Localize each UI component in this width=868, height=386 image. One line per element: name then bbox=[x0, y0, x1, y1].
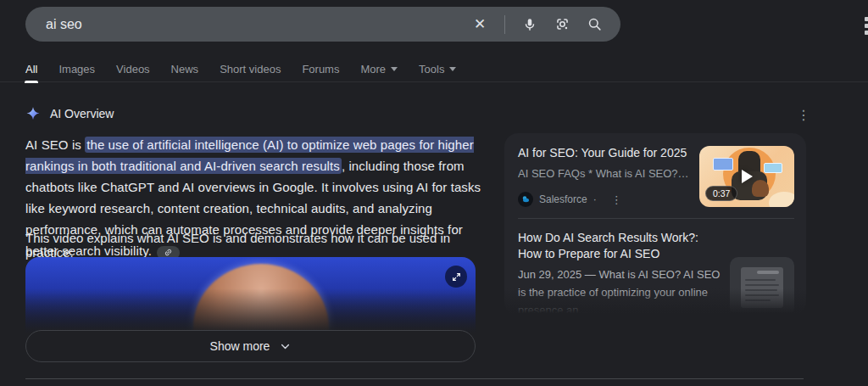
ai-overview-title: AI Overview bbox=[50, 107, 114, 120]
thumbnail-art bbox=[764, 163, 782, 173]
video-intro-text: This video explains what AI SEO is and d… bbox=[25, 231, 486, 260]
caret-down-icon bbox=[449, 67, 456, 71]
play-icon bbox=[742, 170, 753, 183]
tab-all[interactable]: All bbox=[25, 63, 37, 76]
video-duration-badge: 0:37 bbox=[705, 186, 737, 201]
salesforce-favicon bbox=[518, 192, 533, 207]
header-divider bbox=[0, 81, 868, 82]
search-results-page: ✕ bbox=[0, 0, 868, 386]
tab-forums[interactable]: Forums bbox=[302, 63, 339, 76]
result-text: AI for SEO: Your Guide for 2025 AI SEO F… bbox=[518, 145, 691, 207]
search-submit-button[interactable] bbox=[581, 12, 607, 37]
apps-grid-partial-icon bbox=[865, 17, 868, 35]
tab-label: News bbox=[171, 63, 199, 76]
tab-label: Images bbox=[58, 63, 95, 76]
microphone-icon bbox=[522, 17, 537, 32]
search-bar-icons: ✕ bbox=[467, 12, 607, 37]
result-snippet: Jun 29, 2025 — What is AI SEO? AI SEO is… bbox=[518, 266, 721, 316]
tab-images[interactable]: Images bbox=[58, 63, 95, 76]
tab-label: All bbox=[25, 63, 37, 76]
tab-label: Tools bbox=[419, 63, 444, 76]
sidebar-result-2: How Do AI Search Results Work?: How to P… bbox=[518, 230, 794, 316]
thumbnail-art bbox=[745, 284, 779, 286]
thumbnail-art bbox=[713, 158, 733, 171]
search-icon bbox=[587, 16, 603, 32]
thumbnail-art bbox=[745, 289, 777, 291]
search-input[interactable] bbox=[46, 17, 467, 32]
result-text: How Do AI Search Results Work?: How to P… bbox=[518, 230, 721, 316]
expand-video-button[interactable] bbox=[445, 266, 467, 288]
thumbnail-art bbox=[769, 192, 794, 207]
thumbnail-art bbox=[752, 180, 769, 197]
ai-overview-menu-button[interactable]: ⋮ bbox=[793, 104, 814, 125]
tab-news[interactable]: News bbox=[171, 63, 199, 76]
sidebar-results-card: AI for SEO: Your Guide for 2025 AI SEO F… bbox=[504, 133, 806, 316]
tab-short-videos[interactable]: Short videos bbox=[220, 63, 281, 76]
result-menu-button[interactable]: ⋮ bbox=[611, 193, 622, 206]
ai-sparkle-icon bbox=[25, 106, 41, 121]
thumbnail-art bbox=[741, 267, 783, 308]
clear-search-button[interactable]: ✕ bbox=[467, 12, 492, 37]
google-lens-icon bbox=[554, 16, 570, 32]
ai-overview-header: AI Overview bbox=[25, 106, 114, 121]
caret-down-icon bbox=[391, 67, 398, 71]
source-name: Salesforce bbox=[539, 193, 587, 205]
show-more-button[interactable]: Show more bbox=[25, 330, 476, 362]
tab-label: More bbox=[360, 63, 386, 76]
chevron-down-icon bbox=[280, 341, 291, 352]
result-title-link[interactable]: How Do AI Search Results Work?: How to P… bbox=[518, 230, 721, 262]
tab-label: Videos bbox=[116, 63, 150, 76]
result-source-row: Salesforce · ⋮ bbox=[518, 192, 691, 207]
thumbnail-art bbox=[745, 294, 779, 296]
sidebar-result-1: AI for SEO: Your Guide for 2025 AI SEO F… bbox=[518, 145, 794, 207]
thumbnail-art bbox=[745, 279, 776, 281]
tab-label: Short videos bbox=[220, 63, 281, 76]
section-bottom-divider bbox=[25, 378, 804, 379]
cloud-logo-icon bbox=[520, 194, 531, 204]
tab-tools[interactable]: Tools bbox=[419, 63, 456, 76]
thumbnail-art bbox=[757, 271, 779, 274]
tab-more[interactable]: More bbox=[360, 63, 398, 76]
expand-icon bbox=[451, 271, 462, 283]
tab-videos[interactable]: Videos bbox=[116, 63, 150, 76]
answer-prefix: AI SEO is bbox=[25, 137, 85, 152]
result-type-tabs: All Images Videos News Short videos Foru… bbox=[25, 56, 456, 81]
search-bar-divider bbox=[504, 15, 505, 34]
search-bar[interactable]: ✕ bbox=[25, 7, 620, 42]
show-more-label: Show more bbox=[210, 339, 270, 353]
lens-search-button[interactable] bbox=[549, 12, 575, 37]
result-snippet: AI SEO FAQs * What is AI SEO? AI... bbox=[518, 165, 691, 182]
thumbnail-art bbox=[745, 299, 771, 301]
video-result-thumbnail[interactable]: 0:37 bbox=[699, 146, 794, 207]
result-title-link[interactable]: AI for SEO: Your Guide for 2025 bbox=[518, 145, 691, 161]
results-divider bbox=[518, 218, 794, 219]
article-result-thumbnail[interactable] bbox=[730, 257, 794, 316]
dot-separator: · bbox=[593, 193, 597, 205]
voice-search-button[interactable] bbox=[517, 12, 542, 37]
tab-label: Forums bbox=[302, 63, 339, 76]
